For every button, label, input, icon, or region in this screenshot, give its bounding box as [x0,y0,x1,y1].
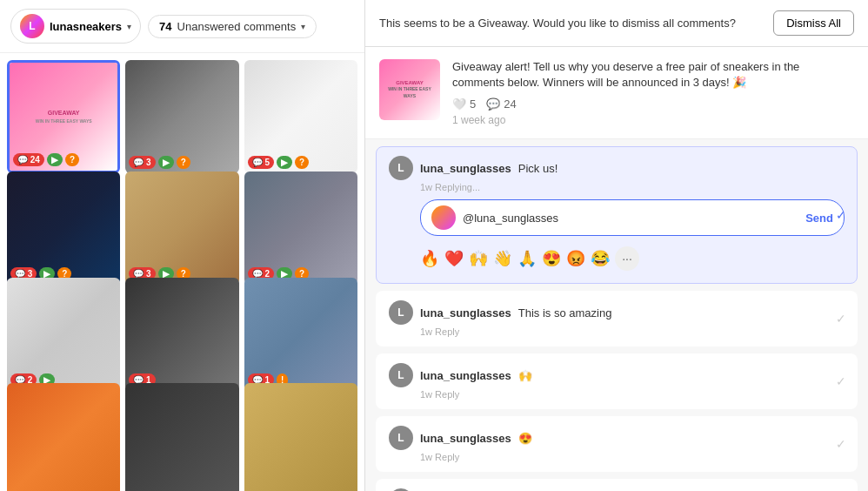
posts-grid: GIVEAWAYWIN IN THREE EASY WAYS💬 24▶?💬 3▶… [0,53,364,491]
comment-item-2[interactable]: Lluna_sunglasses This is so amazing1w Re… [376,291,858,346]
account-chevron-icon: ▾ [127,22,131,31]
checkmark-icon-1: ✓ [836,208,846,222]
comment-text-4: 😍 [518,432,532,445]
comment-meta-1: 1w Replying... [420,182,845,192]
comment-username-2: luna_sunglasses [420,306,511,319]
account-name: lunasneakers [50,20,122,33]
reply-input-row: Send [420,199,845,236]
comment-username-4: luna_sunglasses [420,432,511,445]
comment-avatar-1: L [389,156,413,180]
emoji-button[interactable]: 🙌 [469,246,488,271]
checkmark-icon-4: ✓ [836,437,846,451]
reply-box: Send🔥❤️🙌👋🙏😍😡😂··· [420,199,845,274]
dm-badge: ▶ [47,153,63,166]
grid-item-10[interactable] [7,383,120,491]
emoji-button[interactable]: 👋 [493,246,512,271]
grid-item-5[interactable]: 💬 3▶? [125,172,238,285]
emoji-button[interactable]: 🔥 [420,246,439,271]
account-avatar: L [20,14,44,38]
comment-badge: 💬 5 [248,156,274,169]
more-emoji-button[interactable]: ··· [615,246,639,271]
badge-row-3: 💬 5▶? [248,156,309,169]
comment-text-1: Pick us! [518,162,558,175]
filter-count: 74 [159,20,171,33]
comment-username-3: luna_sunglasses [420,369,511,382]
left-panel: L lunasneakers ▾ 74 Unanswered comments … [0,0,365,491]
heart-icon: 🤍 [452,98,466,111]
post-stats: 🤍 5 💬 24 [452,98,854,111]
post-caption: Giveaway alert! Tell us why you deserve … [452,59,854,91]
question-badge: ? [295,156,309,169]
like-count: 5 [470,98,476,111]
comment-header-1: Lluna_sunglasses Pick us! [389,156,845,180]
question-badge: ? [65,153,79,166]
comment-item-4[interactable]: Lluna_sunglasses 😍1w Reply✓ [376,416,858,472]
emoji-button[interactable]: 🙏 [517,246,537,271]
post-thumb-text: GIVEAWAYWIN IN THREE EASY WAYS [379,77,440,102]
comment-item-5[interactable]: Lluna_sunglasses ❤️1w Reply [376,479,858,491]
post-detail: GIVEAWAYWIN IN THREE EASY WAYS Giveaway … [365,47,868,139]
comment-text-2: This is so amazing [518,306,612,319]
grid-item-11[interactable] [125,383,238,491]
top-bar: L lunasneakers ▾ 74 Unanswered comments … [0,0,364,53]
post-image-11 [125,383,238,491]
checkmark-icon-2: ✓ [836,312,846,326]
account-selector[interactable]: L lunasneakers ▾ [10,9,141,44]
grid-item-1[interactable]: GIVEAWAYWIN IN THREE EASY WAYS💬 24▶? [7,60,120,173]
post-time: 1 week ago [452,114,854,126]
post-image-10 [7,383,120,491]
emoji-button[interactable]: ❤️ [444,246,464,271]
post-image-12 [244,383,357,491]
comment-avatar-2: L [389,300,413,325]
comment-meta-4: 1w Reply [420,452,845,462]
comment-header-4: Lluna_sunglasses 😍 [389,426,845,450]
comments-list: Lluna_sunglasses Pick us!1w Replying...✓… [365,139,868,491]
send-button[interactable]: Send [805,212,833,225]
comment-avatar-4: L [389,426,413,450]
dismiss-all-button[interactable]: Dismiss All [773,10,854,36]
comment-item-1[interactable]: Lluna_sunglasses Pick us!1w Replying...✓… [376,146,858,284]
giveaway-banner: This seems to be a Giveaway. Would you l… [365,0,868,47]
question-badge: ? [177,156,190,169]
badge-row-2: 💬 3▶? [129,156,190,169]
post-info: Giveaway alert! Tell us why you deserve … [452,59,854,126]
comment-meta-3: 1w Reply [420,389,845,400]
grid-item-6[interactable]: 💬 2▶? [244,172,357,285]
comment-text-3: 🙌 [518,369,532,382]
badge-row-1: 💬 24▶? [13,153,79,166]
emoji-button[interactable]: 😡 [566,246,585,271]
emoji-button[interactable]: 😍 [542,246,561,271]
comment-header-3: Lluna_sunglasses 🙌 [389,363,845,387]
grid-item-9[interactable]: 💬 1! [244,278,357,391]
post-thumbnail: GIVEAWAYWIN IN THREE EASY WAYS [379,59,440,120]
grid-item-4[interactable]: 💬 3▶? [7,172,120,285]
comment-stat: 💬 24 [486,98,516,111]
comment-count: 24 [504,98,516,111]
comment-badge: 💬 3 [129,156,155,169]
reply-avatar [431,205,456,230]
grid-item-2[interactable]: 💬 3▶? [125,60,238,173]
emoji-button[interactable]: 😂 [591,246,610,271]
comment-badge: 💬 24 [13,153,44,166]
filter-chevron-icon: ▾ [301,22,305,31]
comment-icon: 💬 [486,98,500,111]
grid-item-8[interactable]: 💬 1 [125,278,238,391]
emoji-row: 🔥❤️🙌👋🙏😍😡😂··· [420,243,845,274]
comment-meta-2: 1w Reply [420,326,845,337]
comment-avatar-3: L [389,363,413,387]
grid-item-12[interactable] [244,383,357,491]
reply-input[interactable] [463,212,798,225]
filter-label: Unanswered comments [177,20,297,33]
filter-button[interactable]: 74 Unanswered comments ▾ [148,15,317,38]
grid-item-3[interactable]: 💬 5▶? [244,60,357,173]
right-panel: This seems to be a Giveaway. Would you l… [365,0,868,491]
grid-item-7[interactable]: 💬 2▶ [7,278,120,391]
banner-text: This seems to be a Giveaway. Would you l… [379,17,736,30]
comment-item-3[interactable]: Lluna_sunglasses 🙌1w Reply✓ [376,353,858,409]
comment-header-2: Lluna_sunglasses This is so amazing [389,300,845,325]
like-stat: 🤍 5 [452,98,476,111]
comment-username-1: luna_sunglasses [420,162,511,175]
dm-badge: ▶ [277,156,292,169]
checkmark-icon-3: ✓ [836,374,846,388]
dm-badge: ▶ [158,156,174,169]
